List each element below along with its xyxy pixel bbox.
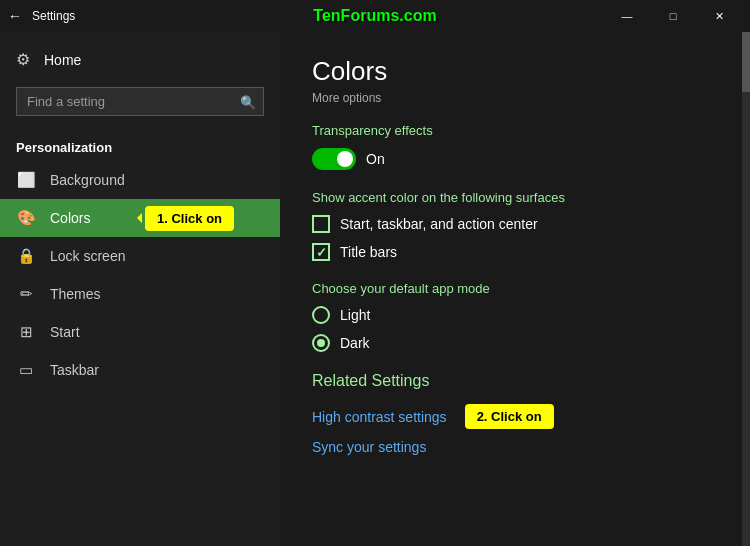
section-subtitle: More options <box>312 91 710 105</box>
checkbox-title-bars[interactable]: ✓ <box>312 243 330 261</box>
radio-dark-label: Dark <box>340 335 370 351</box>
transparency-toggle-row: On <box>312 148 710 170</box>
sync-settings-link[interactable]: Sync your settings <box>312 439 710 455</box>
window-controls: — □ ✕ <box>604 0 742 32</box>
radio-light[interactable] <box>312 306 330 324</box>
sidebar-item-start[interactable]: ⊞ Start <box>0 313 280 351</box>
checkbox-start-taskbar[interactable] <box>312 215 330 233</box>
callout-2: 2. Click on <box>465 404 554 429</box>
search-container: 🔍 <box>16 87 264 116</box>
sidebar-item-home[interactable]: ⚙ Home <box>0 40 280 79</box>
transparency-label: Transparency effects <box>312 123 710 138</box>
related-title: Related Settings <box>312 372 710 390</box>
accent-section: Show accent color on the following surfa… <box>312 190 710 261</box>
sidebar: ⚙ Home 🔍 Personalization ⬜ Background 🎨 … <box>0 32 280 546</box>
radio-dot <box>317 339 325 347</box>
taskbar-icon: ▭ <box>16 361 36 379</box>
sidebar-item-lock-screen[interactable]: 🔒 Lock screen <box>0 237 280 275</box>
start-icon: ⊞ <box>16 323 36 341</box>
title-bar: ← Settings TenForums.com — □ ✕ <box>0 0 750 32</box>
checkbox-label-1: Start, taskbar, and action center <box>340 216 538 232</box>
app-mode-section: Choose your default app mode Light Dark <box>312 281 710 352</box>
close-button[interactable]: ✕ <box>696 0 742 32</box>
sidebar-background-label: Background <box>50 172 125 188</box>
maximize-button[interactable]: □ <box>650 0 696 32</box>
home-label: Home <box>44 52 81 68</box>
sidebar-item-background[interactable]: ⬜ Background <box>0 161 280 199</box>
app-title: Settings <box>32 9 75 23</box>
search-input[interactable] <box>16 87 264 116</box>
section-title: Personalization <box>0 132 280 161</box>
themes-icon: ✏ <box>16 285 36 303</box>
toggle-knob <box>337 151 353 167</box>
scrollbar-thumb[interactable] <box>742 32 750 92</box>
checkbox-row-2: ✓ Title bars <box>312 243 710 261</box>
home-icon: ⚙ <box>16 50 30 69</box>
checkbox-row-1: Start, taskbar, and action center <box>312 215 710 233</box>
main-content: Colors More options Transparency effects… <box>280 32 742 546</box>
related-section: Related Settings High contrast settings … <box>312 372 710 455</box>
transparency-section: Transparency effects On <box>312 123 710 170</box>
page-title: Colors <box>312 56 710 87</box>
radio-dark[interactable] <box>312 334 330 352</box>
sidebar-item-themes[interactable]: ✏ Themes <box>0 275 280 313</box>
sidebar-item-taskbar[interactable]: ▭ Taskbar <box>0 351 280 389</box>
sidebar-start-label: Start <box>50 324 80 340</box>
sidebar-themes-label: Themes <box>50 286 101 302</box>
scrollbar-track[interactable] <box>742 32 750 546</box>
background-icon: ⬜ <box>16 171 36 189</box>
accent-label: Show accent color on the following surfa… <box>312 190 710 205</box>
watermark: TenForums.com <box>313 7 436 25</box>
check-mark: ✓ <box>316 245 327 260</box>
app-container: ⚙ Home 🔍 Personalization ⬜ Background 🎨 … <box>0 32 750 546</box>
high-contrast-label: High contrast settings <box>312 409 447 425</box>
sync-settings-label: Sync your settings <box>312 439 426 455</box>
high-contrast-link[interactable]: High contrast settings 2. Click on <box>312 404 710 429</box>
lock-screen-icon: 🔒 <box>16 247 36 265</box>
sidebar-colors-label: Colors <box>50 210 90 226</box>
radio-row-dark: Dark <box>312 334 710 352</box>
sidebar-lock-label: Lock screen <box>50 248 125 264</box>
callout-1: 1. Click on <box>145 206 234 231</box>
transparency-toggle[interactable] <box>312 148 356 170</box>
colors-icon: 🎨 <box>16 209 36 227</box>
checkbox-label-2: Title bars <box>340 244 397 260</box>
back-button[interactable]: ← <box>8 8 22 24</box>
radio-row-light: Light <box>312 306 710 324</box>
sidebar-taskbar-label: Taskbar <box>50 362 99 378</box>
search-icon: 🔍 <box>240 94 256 109</box>
toggle-on-label: On <box>366 151 385 167</box>
mode-label: Choose your default app mode <box>312 281 710 296</box>
minimize-button[interactable]: — <box>604 0 650 32</box>
sidebar-item-colors[interactable]: 🎨 Colors 1. Click on <box>0 199 280 237</box>
radio-light-label: Light <box>340 307 370 323</box>
